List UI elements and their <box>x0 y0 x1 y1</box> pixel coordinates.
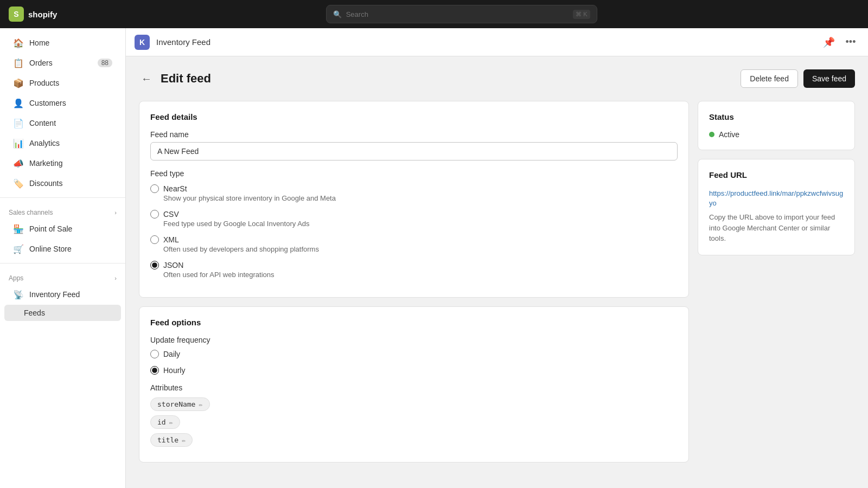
content-area: K Inventory Feed 📌 ••• ← Edit feed Delet… <box>126 28 868 488</box>
apps-label: Apps <box>9 274 23 282</box>
sidebar-item-discounts[interactable]: 🏷️ Discounts <box>4 174 121 193</box>
feed-type-json: JSON Often used for API web integrations <box>150 261 678 279</box>
daily-radio[interactable] <box>150 350 159 358</box>
feed-type-nearst: NearSt Show your physical store inventor… <box>150 184 678 202</box>
divider <box>0 197 125 198</box>
sidebar-item-label: Online Store <box>29 245 72 253</box>
sidebar-item-label: Analytics <box>29 139 60 147</box>
analytics-icon: 📊 <box>13 138 24 149</box>
csv-label[interactable]: CSV <box>163 210 179 219</box>
search-input[interactable] <box>346 10 569 18</box>
sidebar: 🏠 Home 📋 Orders 88 📦 Products 👤 Customer… <box>0 28 126 488</box>
status-card-title: Status <box>709 112 844 121</box>
sidebar-item-home[interactable]: 🏠 Home <box>4 33 121 53</box>
sidebar-nav: 🏠 Home 📋 Orders 88 📦 Products 👤 Customer… <box>0 28 125 326</box>
topbar: S shopify 🔍 ⌘ K <box>0 0 868 28</box>
side-column: Status Active Feed URL https://productfe… <box>698 101 855 255</box>
csv-radio[interactable] <box>150 210 159 219</box>
search-bar[interactable]: 🔍 ⌘ K <box>326 5 597 23</box>
more-actions-button[interactable]: ••• <box>842 34 859 51</box>
search-icon: 🔍 <box>333 10 342 18</box>
status-dot <box>709 132 714 137</box>
sales-channels-header[interactable]: Sales channels › <box>0 202 125 219</box>
xml-radio[interactable] <box>150 235 159 244</box>
feed-details-card: Feed details Feed name Feed type NearSt … <box>139 101 689 298</box>
orders-badge: 88 <box>98 59 112 67</box>
hourly-label[interactable]: Hourly <box>163 366 185 375</box>
page-header: ← Edit feed Delete feed Save feed <box>139 69 855 88</box>
apps-header[interactable]: Apps › <box>0 268 125 284</box>
sidebar-item-label: Home <box>29 38 49 47</box>
feed-type-csv: CSV Feed type used by Google Local Inven… <box>150 210 678 228</box>
main-column: Feed details Feed name Feed type NearSt … <box>139 101 689 463</box>
feed-type-xml: XML Often used by developers and shoppin… <box>150 235 678 253</box>
sidebar-item-label: Discounts <box>29 179 62 188</box>
edit-title-icon[interactable]: ✏️ <box>182 436 186 444</box>
sidebar-item-label: Inventory Feed <box>29 290 80 299</box>
sidebar-item-customers[interactable]: 👤 Customers <box>4 93 121 113</box>
edit-id-icon[interactable]: ✏️ <box>169 419 173 426</box>
feed-url-link[interactable]: https://productfeed.link/mar/ppkzwcfwivs… <box>709 189 843 207</box>
attribute-name: id <box>157 418 166 426</box>
sidebar-item-marketing[interactable]: 📣 Marketing <box>4 153 121 173</box>
freq-hourly: Hourly <box>150 366 678 375</box>
back-button[interactable]: ← <box>139 70 154 87</box>
status-text: Active <box>719 130 739 139</box>
sidebar-item-analytics[interactable]: 📊 Analytics <box>4 133 121 153</box>
attribute-storename: storeName ✏️ <box>150 397 210 411</box>
sidebar-item-label: Products <box>29 79 59 87</box>
logo: S shopify <box>9 7 57 22</box>
freq-daily: Daily <box>150 350 678 358</box>
discounts-icon: 🏷️ <box>13 178 24 189</box>
sidebar-item-products[interactable]: 📦 Products <box>4 73 121 93</box>
home-icon: 🏠 <box>13 37 24 48</box>
json-label[interactable]: JSON <box>163 261 183 269</box>
sidebar-item-online-store[interactable]: 🛒 Online Store <box>4 239 121 259</box>
status-row: Active <box>709 130 844 139</box>
nearst-radio[interactable] <box>150 184 159 193</box>
xml-label[interactable]: XML <box>163 235 179 244</box>
pin-button[interactable]: 📌 <box>820 34 838 51</box>
page-header-left: ← Edit feed <box>139 70 211 87</box>
hourly-radio[interactable] <box>150 366 159 375</box>
sidebar-item-label: Point of Sale <box>29 224 72 233</box>
inventory-feed-icon: 📡 <box>13 289 24 300</box>
feed-name-input[interactable] <box>150 142 678 160</box>
marketing-icon: 📣 <box>13 158 24 169</box>
search-shortcut: ⌘ K <box>573 10 590 19</box>
edit-storename-icon[interactable]: ✏️ <box>199 401 202 408</box>
json-desc: Often used for API web integrations <box>150 271 678 279</box>
json-radio[interactable] <box>150 261 159 269</box>
daily-label[interactable]: Daily <box>163 350 180 358</box>
sidebar-item-inventory-feed[interactable]: 📡 Inventory Feed <box>4 285 121 304</box>
online-store-icon: 🛒 <box>13 243 24 254</box>
feed-url-card: Feed URL https://productfeed.link/mar/pp… <box>698 159 855 255</box>
csv-desc: Feed type used by Google Local Inventory… <box>150 220 678 228</box>
customers-icon: 👤 <box>13 98 24 108</box>
attribute-id: id ✏️ <box>150 415 180 429</box>
feed-options-title: Feed options <box>150 318 678 327</box>
sidebar-item-label: Customers <box>29 99 66 107</box>
sidebar-item-label: Orders <box>29 59 53 67</box>
sidebar-item-content[interactable]: 📄 Content <box>4 113 121 133</box>
sidebar-item-orders[interactable]: 📋 Orders 88 <box>4 53 121 73</box>
chevron-right-icon: › <box>114 209 117 216</box>
attribute-name: storeName <box>157 400 195 408</box>
save-feed-button[interactable]: Save feed <box>803 69 855 88</box>
update-frequency-label: Update frequency <box>150 336 678 344</box>
sidebar-item-label: Marketing <box>29 159 62 168</box>
logo-text: shopify <box>28 10 57 19</box>
attributes-label: Attributes <box>150 383 678 392</box>
content-icon: 📄 <box>13 118 24 129</box>
attribute-name: title <box>157 436 178 444</box>
nearst-label[interactable]: NearSt <box>163 184 187 193</box>
delete-feed-button[interactable]: Delete feed <box>741 69 798 88</box>
sub-header: K Inventory Feed 📌 ••• <box>126 28 868 56</box>
attribute-title: title ✏️ <box>150 433 193 447</box>
sub-header-actions: 📌 ••• <box>820 34 859 51</box>
feed-options-card: Feed options Update frequency Daily <box>139 306 689 463</box>
sidebar-item-feeds[interactable]: Feeds <box>4 305 121 321</box>
app-icon: K <box>135 35 150 50</box>
orders-icon: 📋 <box>13 57 24 68</box>
sidebar-item-point-of-sale[interactable]: 🏪 Point of Sale <box>4 219 121 239</box>
